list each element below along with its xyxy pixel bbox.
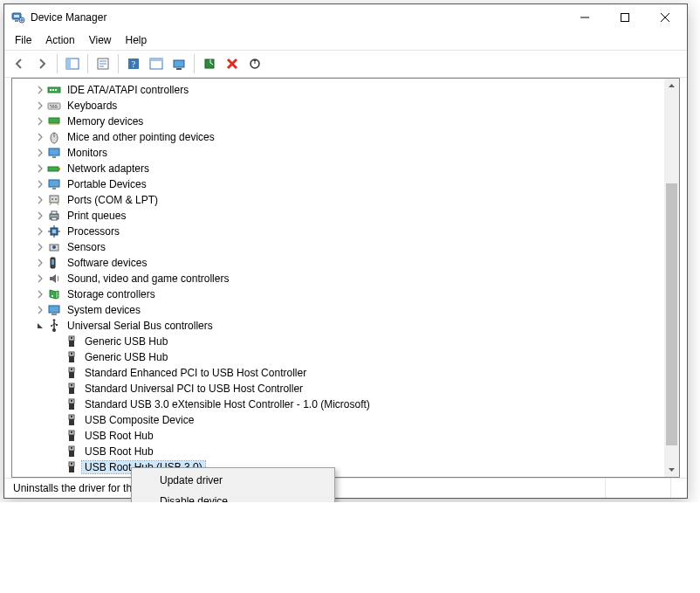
svg-rect-11 (150, 59, 162, 61)
tree-device[interactable]: USB Root Hub (16, 428, 679, 444)
sound-icon (47, 272, 61, 286)
tree-device[interactable]: USB Root Hub (USB 3.0) (16, 459, 679, 475)
svg-rect-2 (15, 20, 18, 22)
chevron-right-icon[interactable] (33, 272, 47, 286)
tree-category[interactable]: Universal Serial Bus controllers (16, 318, 679, 334)
update-driver-button[interactable] (168, 53, 189, 74)
svg-point-34 (55, 198, 57, 200)
tree-category[interactable]: IDE ATA/ATAPI controllers (16, 82, 679, 98)
tree-category[interactable]: Portable Devices (16, 176, 679, 192)
tree-device-label: Generic USB Hub (82, 351, 170, 363)
svg-rect-20 (50, 105, 51, 106)
tree-category-label: Mice and other pointing devices (65, 131, 217, 143)
chevron-right-icon[interactable] (33, 287, 47, 301)
tree-category-label: Network adapters (65, 162, 152, 175)
tree-category[interactable]: Mice and other pointing devices (16, 129, 679, 145)
tree-category[interactable]: Keyboards (16, 98, 679, 114)
chevron-right-icon[interactable] (33, 240, 47, 254)
chevron-right-icon[interactable] (33, 193, 47, 207)
tree-device[interactable]: Standard USB 3.0 eXtensible Host Control… (16, 396, 679, 412)
tree-device[interactable]: Generic USB Hub (16, 334, 679, 349)
tree-category[interactable]: Processors (16, 224, 679, 239)
svg-rect-18 (55, 89, 57, 91)
usb-connector-icon (65, 366, 79, 380)
context-menu: Update driverDisable deviceUninstall dev… (131, 467, 335, 502)
scrollbar-thumb[interactable] (666, 183, 677, 445)
tree-category[interactable]: System devices (16, 302, 679, 318)
tree-category[interactable]: Storage controllers (16, 286, 679, 302)
tree-scrollbar[interactable] (664, 79, 679, 477)
properties-button[interactable] (93, 53, 113, 74)
svg-rect-73 (71, 447, 72, 449)
tree-category[interactable]: Sensors (16, 239, 679, 255)
forward-button[interactable] (31, 53, 52, 74)
svg-rect-43 (51, 259, 54, 265)
tree-category[interactable]: Software devices (16, 255, 679, 271)
chevron-right-icon[interactable] (33, 146, 47, 160)
usb-connector-icon (65, 413, 79, 427)
svg-point-33 (51, 198, 53, 200)
chevron-right-icon[interactable] (33, 224, 47, 238)
tree-device[interactable]: Standard Enhanced PCI to USB Host Contro… (16, 365, 679, 381)
menu-view[interactable]: View (82, 32, 119, 48)
tree-category-label: Memory devices (65, 115, 146, 128)
tree-device[interactable]: Generic USB Hub (16, 349, 679, 365)
scan-hardware-button[interactable] (244, 53, 265, 74)
tree-category[interactable]: Sound, video and game controllers (16, 271, 679, 286)
device-tree[interactable]: IDE ATA/ATAPI controllersKeyboardsMemory… (12, 79, 679, 478)
port-icon (47, 193, 61, 207)
enable-device-button[interactable] (199, 53, 220, 74)
svg-rect-32 (50, 196, 58, 203)
svg-rect-45 (49, 306, 59, 313)
svg-point-44 (51, 295, 53, 297)
help-button[interactable]: ? (123, 53, 144, 74)
svg-rect-70 (71, 431, 72, 433)
tree-category-label: Keyboards (65, 100, 120, 112)
tree-category-label: Sensors (65, 241, 108, 253)
chevron-right-icon[interactable] (33, 256, 47, 270)
chevron-right-icon[interactable] (33, 99, 47, 113)
context-menu-item[interactable]: Disable device (134, 491, 333, 502)
menu-help[interactable]: Help (119, 32, 154, 48)
ide-icon (47, 83, 61, 97)
uninstall-device-button[interactable] (222, 53, 243, 74)
context-menu-item[interactable]: Update driver (134, 470, 333, 491)
chevron-right-icon[interactable] (33, 83, 47, 97)
chevron-right-icon[interactable] (33, 303, 47, 317)
tree-category[interactable]: Print queues (16, 208, 679, 224)
chevron-down-icon[interactable] (33, 319, 47, 333)
tree-category-label: IDE ATA/ATAPI controllers (65, 84, 191, 96)
menu-action[interactable]: Action (38, 32, 81, 48)
tree-device[interactable]: USB Root Hub (16, 444, 679, 459)
tree-device[interactable]: USB Composite Device (16, 412, 679, 428)
scroll-down-arrow-icon[interactable] (664, 462, 679, 477)
tree-device-label: Standard USB 3.0 eXtensible Host Control… (82, 398, 373, 410)
chevron-right-icon[interactable] (33, 162, 47, 176)
maximize-button[interactable] (605, 4, 645, 31)
storage-icon (47, 287, 61, 301)
tree-device[interactable]: Standard Universal PCI to USB Host Contr… (16, 381, 679, 396)
scroll-up-arrow-icon[interactable] (664, 79, 679, 93)
minimize-button[interactable] (565, 4, 605, 31)
tree-category-label: Portable Devices (65, 178, 149, 190)
chevron-right-icon[interactable] (33, 209, 47, 223)
action-button[interactable] (146, 53, 167, 74)
back-button[interactable] (9, 53, 30, 74)
tree-category[interactable]: Monitors (16, 145, 679, 161)
tree-category[interactable]: Network adapters (16, 161, 679, 176)
svg-rect-21 (52, 105, 54, 106)
svg-point-48 (51, 325, 52, 327)
tree-category[interactable]: Ports (COM & LPT) (16, 192, 679, 208)
svg-rect-66 (69, 419, 74, 425)
status-cell-2 (606, 479, 671, 498)
svg-rect-67 (71, 416, 72, 417)
chevron-right-icon[interactable] (33, 114, 47, 128)
menu-file[interactable]: File (8, 32, 38, 48)
tree-category[interactable]: Memory devices (16, 114, 679, 129)
close-button[interactable] (645, 4, 685, 31)
chevron-right-icon[interactable] (33, 177, 47, 191)
toolbar-separator (118, 54, 119, 73)
chevron-right-icon[interactable] (33, 130, 47, 144)
svg-rect-30 (49, 180, 59, 187)
show-hide-tree-button[interactable] (62, 53, 83, 74)
